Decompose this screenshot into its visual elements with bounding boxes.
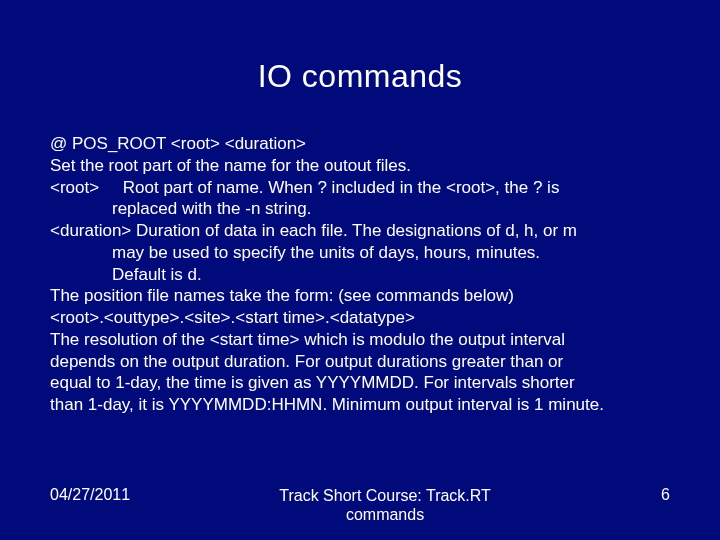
body-line: <root> Root part of name. When ? include… bbox=[50, 177, 670, 199]
body-line: than 1-day, it is YYYYMMDD:HHMN. Minimum… bbox=[50, 394, 670, 416]
body-line: equal to 1-day, the time is given as YYY… bbox=[50, 372, 670, 394]
body-line: The position file names take the form: (… bbox=[50, 285, 670, 307]
body-line: Default is d. bbox=[50, 264, 670, 286]
slide: IO commands @ POS_ROOT <root> <duration>… bbox=[0, 0, 720, 540]
body-line: <root>.<outtype>.<site>.<start time>.<da… bbox=[50, 307, 670, 329]
footer-date: 04/27/2011 bbox=[50, 486, 130, 504]
body-line: <duration> Duration of data in each file… bbox=[50, 220, 670, 242]
footer-title-line: Track Short Course: Track.RT bbox=[279, 487, 491, 504]
body-line: The resolution of the <start time> which… bbox=[50, 329, 670, 351]
slide-body: @ POS_ROOT <root> <duration> Set the roo… bbox=[50, 133, 670, 416]
body-line: @ POS_ROOT <root> <duration> bbox=[50, 133, 670, 155]
slide-footer: 04/27/2011 Track Short Course: Track.RT … bbox=[0, 486, 720, 524]
footer-page-number: 6 bbox=[640, 486, 670, 504]
slide-title: IO commands bbox=[50, 58, 670, 95]
body-rest: Root part of name. When ? included in th… bbox=[123, 178, 560, 197]
footer-title: Track Short Course: Track.RT commands bbox=[130, 486, 640, 524]
body-term: <root> bbox=[50, 178, 99, 197]
footer-title-line: commands bbox=[346, 506, 424, 523]
body-line: may be used to specify the units of days… bbox=[50, 242, 670, 264]
body-line: replaced with the -n string. bbox=[50, 198, 670, 220]
body-line: Set the root part of the name for the ou… bbox=[50, 155, 670, 177]
body-line: depends on the output duration. For outp… bbox=[50, 351, 670, 373]
